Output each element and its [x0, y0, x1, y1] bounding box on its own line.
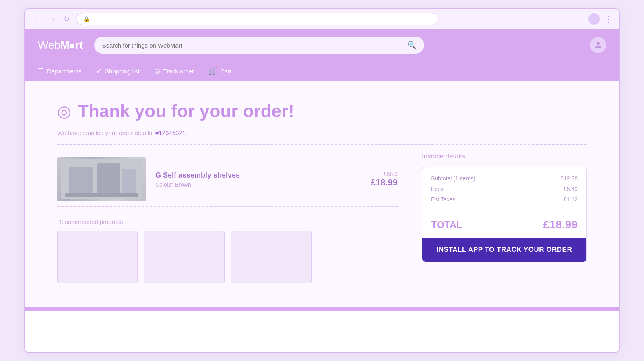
invoice-total-row: TOTAL £18.99	[422, 212, 586, 238]
svg-rect-5	[65, 193, 138, 197]
webmart-header: WebMrt 🔍	[25, 29, 619, 61]
order-email-line: We have emailed your order details: #123…	[57, 129, 587, 136]
recommended-card-2[interactable]	[144, 231, 225, 283]
taxes-label: Est Taxes	[431, 196, 455, 203]
invoice-subtotal-line: Subtotal (1 items) £12.38	[431, 175, 578, 182]
browser-window: ← → ↻ 🔒 ⋮ WebMrt 🔍 ☰ Departments ✓	[24, 8, 620, 353]
webmart-logo: WebMrt	[38, 39, 83, 52]
back-button[interactable]: ←	[31, 14, 42, 24]
price-current: £18.99	[371, 177, 398, 187]
url-input[interactable]	[93, 16, 431, 22]
invoice-title: Invoice details	[422, 152, 587, 160]
logo-web: Web	[38, 39, 60, 51]
browser-profile-circle[interactable]	[588, 13, 600, 25]
user-avatar[interactable]	[590, 37, 606, 53]
order-item-image	[57, 157, 146, 201]
order-divider-bottom	[57, 206, 398, 207]
reload-button[interactable]: ↻	[62, 14, 71, 24]
nav-bar: ☰ Departments ✓ Shopping list ◎ Track or…	[25, 61, 619, 81]
order-item-details: G Self assembly shelves Colour: Brown	[155, 171, 361, 188]
main-content: ◎ Thank you for your order! We have emai…	[25, 81, 619, 307]
recommended-section: Recommended products	[57, 218, 398, 283]
svg-rect-4	[122, 169, 136, 193]
svg-rect-3	[97, 163, 120, 195]
nav-cart-label: Cart	[220, 68, 231, 75]
cart-icon: 🛒	[208, 67, 217, 75]
price-original: £58.0	[371, 171, 398, 177]
colour-label: Colour:	[155, 181, 173, 188]
browser-chrome: ← → ↻ 🔒 ⋮	[25, 9, 619, 29]
invoice-panel: Invoice details Subtotal (1 items) £12.3…	[422, 152, 587, 262]
order-item-row: G Self assembly shelves Colour: Brown £5…	[57, 152, 398, 206]
invoice-taxes-line: Est Taxes £1.12	[431, 196, 578, 203]
departments-icon: ☰	[38, 67, 44, 75]
order-divider-top	[57, 144, 587, 145]
url-bar[interactable]: 🔒	[76, 13, 438, 25]
invoice-box: Subtotal (1 items) £12.38 Fees £5.49 Est…	[422, 167, 587, 262]
browser-menu-icon[interactable]: ⋮	[605, 14, 613, 24]
fees-value: £5.49	[564, 186, 578, 192]
shopping-list-icon: ✓	[96, 67, 102, 75]
search-button[interactable]: 🔍	[407, 41, 416, 50]
forward-button[interactable]: →	[47, 14, 57, 24]
recommended-title: Recommended products	[57, 218, 398, 225]
recommended-grid	[57, 231, 398, 283]
subtotal-label: Subtotal (1 items)	[431, 175, 475, 182]
recommended-card-1[interactable]	[57, 231, 138, 283]
search-bar[interactable]: 🔍	[94, 37, 424, 54]
thank-you-header: ◎ Thank you for your order!	[57, 101, 587, 121]
total-label: TOTAL	[431, 219, 462, 230]
taxes-value: £1.12	[564, 196, 578, 203]
order-number-link[interactable]: #12345321	[155, 129, 186, 136]
install-app-button[interactable]: INSTALL APP TO TRACK YOUR ORDER	[422, 238, 586, 262]
total-value: £18.99	[543, 218, 578, 231]
order-email-prefix: We have emailed your order details:	[57, 129, 154, 136]
nav-track-order-label: Track order	[163, 68, 194, 75]
nav-shopping-list[interactable]: ✓ Shopping list	[96, 67, 140, 75]
invoice-fees-line: Fees £5.49	[431, 186, 578, 192]
bottom-bar	[25, 307, 619, 311]
browser-actions: ⋮	[588, 13, 613, 25]
fees-label: Fees	[431, 186, 444, 192]
invoice-lines: Subtotal (1 items) £12.38 Fees £5.49 Est…	[422, 167, 586, 212]
thank-you-title: Thank you for your order!	[78, 101, 294, 121]
order-email-suffix: .	[186, 129, 187, 136]
track-order-icon: ◎	[154, 67, 160, 75]
thank-you-icon: ◎	[57, 102, 71, 120]
search-input[interactable]	[102, 42, 403, 49]
nav-departments-label: Departments	[47, 68, 82, 75]
subtotal-value: £12.38	[560, 175, 578, 182]
svg-point-0	[597, 42, 600, 45]
order-item-colour: Colour: Brown	[155, 181, 361, 188]
nav-cart[interactable]: 🛒 Cart	[208, 67, 231, 75]
order-item-image-inner	[57, 157, 146, 201]
colour-value: Brown	[175, 181, 191, 188]
order-item-price: £58.0 £18.99	[371, 171, 398, 188]
order-layout: G Self assembly shelves Colour: Brown £5…	[57, 152, 587, 283]
nav-shopping-list-label: Shopping list	[105, 68, 140, 75]
svg-rect-2	[69, 167, 93, 195]
nav-track-order[interactable]: ◎ Track order	[154, 67, 194, 75]
lock-icon: 🔒	[83, 16, 90, 22]
order-item-name: G Self assembly shelves	[155, 171, 361, 180]
recommended-card-3[interactable]	[231, 231, 312, 283]
nav-departments[interactable]: ☰ Departments	[38, 67, 82, 75]
logo-mart: Mrt	[60, 39, 83, 51]
order-left: G Self assembly shelves Colour: Brown £5…	[57, 152, 398, 283]
